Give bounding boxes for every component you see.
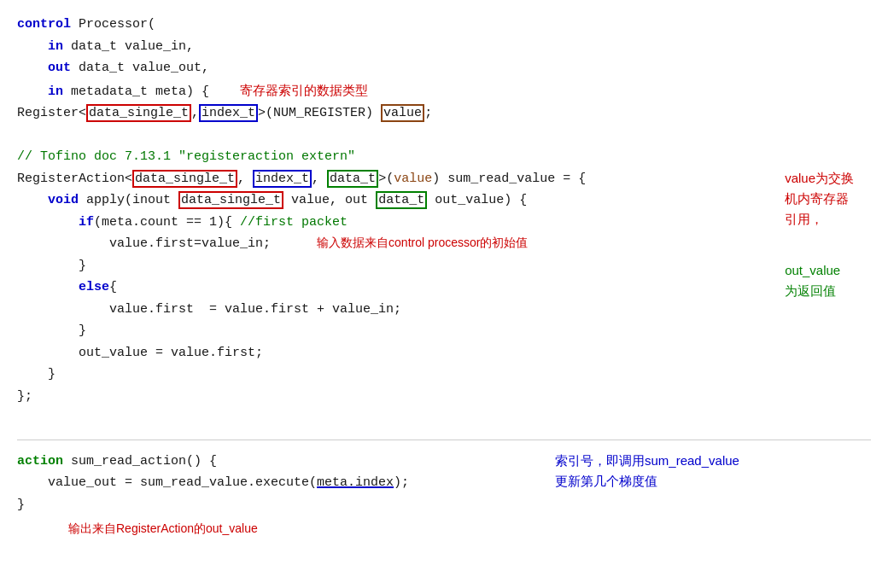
annotation-out-value-text: out_value为返回值	[785, 260, 854, 301]
line-in-data: in data_t value_in,	[17, 36, 871, 58]
type-data-single-t-2: data_single_t	[132, 170, 237, 188]
side-annotation-value: value为交换机内寄存器引用， out_value为返回值	[785, 168, 854, 301]
kw-else: else	[79, 280, 109, 294]
blank-line-2	[17, 407, 871, 429]
line-close-register-action: };	[17, 386, 871, 408]
line-close-apply: }	[17, 364, 871, 386]
type-data-single-t-1: data_single_t	[86, 104, 191, 122]
line-value-add: value.first = value.first + value_in;	[17, 299, 871, 321]
line-meta: in metadata_t meta) { 寄存器索引的数据类型	[17, 79, 871, 103]
line-else: else{	[17, 277, 871, 299]
line-void-apply: void apply(inout data_single_t value, ou…	[17, 189, 871, 212]
section-divider	[17, 440, 871, 440]
line-action-close: }	[17, 494, 871, 516]
type-data-t-1: data_t	[327, 170, 378, 188]
blank-line-1	[17, 125, 871, 147]
line-close-brace-1: }	[17, 255, 871, 277]
line-comment: // Tofino doc 7.13.1 "registeraction ext…	[17, 146, 871, 168]
kw-action: action	[17, 454, 63, 469]
kw-in1: in	[48, 39, 63, 54]
registeraction-section: RegisterAction<data_single_t, index_t, d…	[17, 168, 871, 408]
line-out-data: out data_t value_out,	[17, 57, 871, 79]
line-register: Register<data_single_t,index_t>(NUM_REGI…	[17, 102, 871, 125]
var-value-1: value	[381, 104, 424, 122]
line-close-brace-2: }	[17, 320, 871, 342]
line-out-value: out_value = value.first;	[17, 342, 871, 364]
kw-void: void	[48, 193, 79, 207]
line-control: control Processor(	[17, 14, 871, 36]
kw-if: if	[79, 215, 94, 230]
side-annotation-action: 索引号，即调用sum_read_value 更新第几个梯度值	[555, 451, 854, 492]
annotation-update-text: 更新第几个梯度值	[555, 471, 854, 492]
bottom-annotation: 输出来自RegisterAction的out_value	[17, 519, 871, 539]
kw-in2: in	[48, 84, 63, 99]
kw-out1: out	[48, 61, 71, 75]
annotation-index-text: 索引号，即调用sum_read_value	[555, 451, 854, 471]
line-registeraction: RegisterAction<data_single_t, index_t, d…	[17, 168, 871, 190]
type-index-t-2: index_t	[253, 170, 312, 188]
annotation-value-text: value为交换机内寄存器引用，	[785, 168, 854, 230]
annotation-register-type: 寄存器索引的数据类型	[240, 83, 368, 97]
action-section: action sum_read_action() { value_out = s…	[17, 451, 871, 516]
type-data-single-t-3: data_single_t	[178, 191, 283, 209]
kw-control: control	[17, 17, 71, 32]
code-container: control Processor( in data_t value_in, o…	[17, 14, 871, 539]
annotation-input-data: 输入数据来自control processor的初始值	[317, 236, 528, 249]
type-data-t-2: data_t	[376, 191, 427, 209]
comment-first-packet: //first packet	[240, 215, 348, 230]
type-index-t-1: index_t	[199, 104, 258, 122]
line-if: if(meta.count == 1){ //first packet	[17, 212, 871, 234]
line-value-first: value.first=value_in; 输入数据来自control proc…	[17, 233, 871, 255]
meta-index: meta.index	[317, 475, 394, 490]
